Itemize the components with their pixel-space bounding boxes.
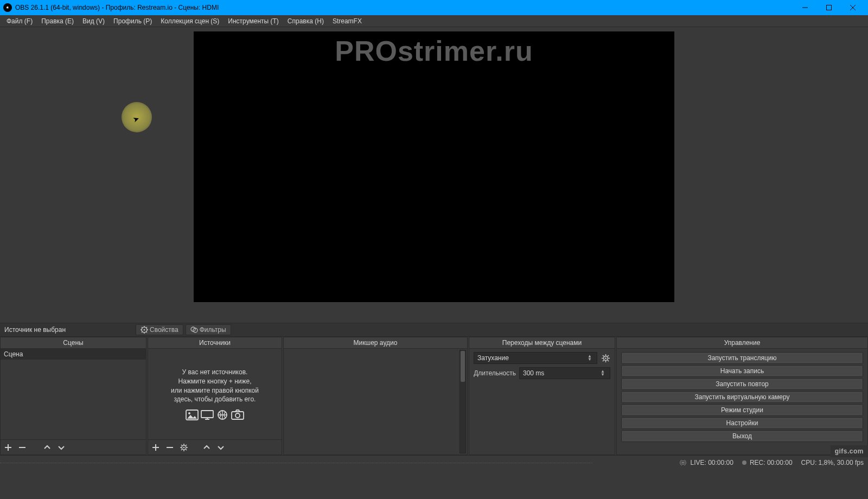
preview-canvas[interactable]: PROstrimer.ru bbox=[194, 31, 674, 302]
scenes-dock: Сцены Сцена bbox=[0, 337, 146, 455]
status-cpu: CPU: 1,8%, 30.00 fps bbox=[801, 459, 864, 466]
svg-rect-0 bbox=[827, 5, 832, 10]
close-button[interactable] bbox=[841, 0, 865, 15]
chevron-up-icon bbox=[43, 444, 51, 451]
menu-help[interactable]: Справка (H) bbox=[283, 15, 328, 27]
mixer-body[interactable] bbox=[284, 349, 467, 455]
minus-icon bbox=[166, 444, 174, 451]
scene-item[interactable]: Сцена bbox=[1, 349, 146, 360]
gifs-badge: gifs.com bbox=[831, 445, 868, 457]
settings-button[interactable]: Настройки bbox=[621, 417, 863, 429]
svg-point-10 bbox=[235, 413, 240, 418]
filters-button[interactable]: Фильтры bbox=[186, 324, 231, 335]
menu-profile[interactable]: Профиль (P) bbox=[109, 15, 156, 27]
source-status-label: Источник не выбран bbox=[3, 326, 133, 334]
svg-rect-7 bbox=[201, 411, 213, 418]
svg-point-14 bbox=[605, 357, 607, 359]
source-remove-button[interactable] bbox=[165, 443, 174, 452]
sources-empty[interactable]: У вас нет источников. Нажмите кнопку + н… bbox=[148, 349, 282, 439]
status-live-text: LIVE: 00:00:00 bbox=[690, 459, 733, 466]
titlebar: OBS 26.1.1 (64-bit, windows) - Профиль: … bbox=[0, 0, 868, 15]
scenes-toolbar bbox=[1, 439, 146, 455]
controls-body: Запустить трансляцию Начать запись Запус… bbox=[617, 349, 867, 455]
combo-arrows-icon: ▲▼ bbox=[586, 355, 593, 361]
preview-area[interactable]: PROstrimer.ru ➤ bbox=[0, 27, 868, 323]
scene-down-button[interactable] bbox=[57, 443, 66, 452]
menu-scene-collection[interactable]: Коллекция сцен (S) bbox=[156, 15, 224, 27]
menubar: Файл (F) Правка (E) Вид (V) Профиль (P) … bbox=[0, 15, 868, 27]
source-toolbar: Источник не выбран Свойства Фильтры bbox=[0, 323, 868, 337]
transition-settings-button[interactable] bbox=[601, 353, 610, 363]
menu-tools[interactable]: Инструменты (T) bbox=[224, 15, 283, 27]
cursor-icon: ➤ bbox=[132, 113, 141, 124]
chevron-down-icon bbox=[217, 444, 225, 451]
duration-value: 300 ms bbox=[523, 369, 544, 377]
docks-row: Сцены Сцена Источники У вас нет источник… bbox=[0, 337, 868, 455]
scenes-title: Сцены bbox=[1, 337, 146, 349]
svg-point-12 bbox=[183, 446, 185, 448]
duration-spinbox[interactable]: 300 ms ▲▼ bbox=[519, 367, 610, 379]
transition-select[interactable]: Затухание ▲▼ bbox=[474, 352, 597, 364]
gear-icon bbox=[180, 444, 188, 451]
studio-mode-button[interactable]: Режим студии bbox=[621, 404, 863, 416]
scrollbar-thumb[interactable] bbox=[461, 351, 465, 382]
chevron-down-icon bbox=[58, 444, 65, 451]
transitions-title: Переходы между сценами bbox=[469, 337, 615, 349]
menu-file[interactable]: Файл (F) bbox=[2, 15, 37, 27]
start-replay-button[interactable]: Запустить повтор bbox=[621, 378, 863, 390]
start-virtualcam-button[interactable]: Запустить виртуальную камеру bbox=[621, 391, 863, 403]
sources-empty-text: Нажмите кнопку + ниже, bbox=[178, 377, 251, 386]
transitions-dock: Переходы между сценами Затухание ▲▼ Длит… bbox=[469, 337, 615, 455]
start-record-button[interactable]: Начать запись bbox=[621, 365, 863, 377]
chevron-up-icon bbox=[203, 444, 210, 451]
minimize-button[interactable] bbox=[793, 0, 817, 15]
status-rec-text: REC: 00:00:00 bbox=[750, 459, 793, 466]
sources-toolbar bbox=[148, 439, 282, 455]
controls-dock: Управление Запустить трансляцию Начать з… bbox=[616, 337, 868, 455]
minus-icon bbox=[18, 444, 26, 451]
scenes-list[interactable]: Сцена bbox=[1, 349, 146, 439]
maximize-button[interactable] bbox=[817, 0, 841, 15]
sources-title: Источники bbox=[148, 337, 282, 349]
svg-point-6 bbox=[188, 412, 190, 414]
exit-button[interactable]: Выход bbox=[621, 430, 863, 442]
source-add-button[interactable] bbox=[151, 443, 160, 452]
menu-edit[interactable]: Правка (E) bbox=[37, 15, 78, 27]
scene-up-button[interactable] bbox=[43, 443, 52, 452]
minimize-icon bbox=[802, 5, 808, 10]
sources-empty-text: или нажмите правой кнопкой bbox=[171, 386, 259, 395]
controls-title: Управление bbox=[617, 337, 867, 349]
mixer-scrollbar[interactable] bbox=[459, 350, 466, 453]
broadcast-icon bbox=[679, 460, 687, 465]
camera-icon bbox=[231, 410, 244, 420]
mixer-dock: Микшер аудио bbox=[283, 337, 468, 455]
properties-label: Свойства bbox=[150, 326, 178, 334]
plus-icon bbox=[152, 444, 159, 451]
spinner-arrows-icon[interactable]: ▲▼ bbox=[599, 370, 607, 376]
statusbar: LIVE: 00:00:00 REC: 00:00:00 CPU: 1,8%, … bbox=[0, 455, 868, 469]
menu-view[interactable]: Вид (V) bbox=[78, 15, 109, 27]
menu-streamfx[interactable]: StreamFX bbox=[328, 15, 366, 27]
globe-icon bbox=[216, 410, 229, 420]
gear-icon bbox=[141, 326, 148, 334]
record-dot-icon bbox=[742, 460, 746, 465]
status-cpu-text: CPU: 1,8%, 30.00 fps bbox=[801, 459, 864, 466]
filters-label: Фильтры bbox=[200, 326, 226, 334]
transitions-body: Затухание ▲▼ Длительность 300 ms ▲▼ bbox=[469, 349, 615, 455]
gear-icon bbox=[602, 354, 610, 362]
scene-remove-button[interactable] bbox=[18, 443, 27, 452]
sources-empty-text: У вас нет источников. bbox=[182, 368, 248, 377]
start-stream-button[interactable]: Запустить трансляцию bbox=[621, 352, 863, 364]
scene-add-button[interactable] bbox=[4, 443, 12, 452]
filters-icon bbox=[190, 326, 198, 334]
properties-button[interactable]: Свойства bbox=[136, 324, 183, 335]
display-icon bbox=[201, 410, 214, 420]
image-icon bbox=[186, 410, 199, 420]
source-down-button[interactable] bbox=[216, 443, 225, 452]
window-title: OBS 26.1.1 (64-bit, windows) - Профиль: … bbox=[15, 4, 793, 11]
status-rec: REC: 00:00:00 bbox=[742, 459, 793, 466]
source-settings-button[interactable] bbox=[180, 443, 188, 452]
status-live: LIVE: 00:00:00 bbox=[679, 459, 733, 466]
source-up-button[interactable] bbox=[202, 443, 211, 452]
svg-point-2 bbox=[144, 329, 145, 331]
